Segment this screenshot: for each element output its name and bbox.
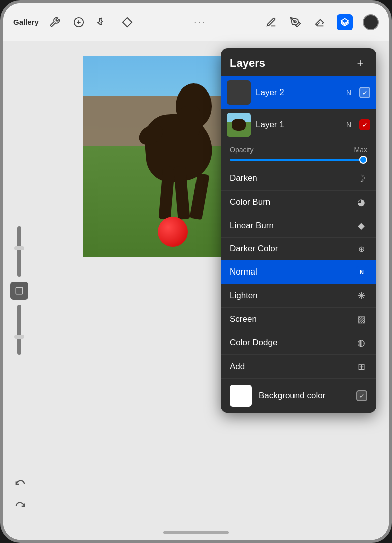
wrench-icon[interactable] [47, 14, 63, 30]
brush-size-slider[interactable] [17, 226, 21, 277]
ipad-inner: Gallery [3, 3, 389, 540]
svg-point-2 [294, 21, 296, 23]
blend-mode-darken-icon: ☽ [355, 173, 367, 184]
blend-mode-darker-color-label: Darker Color [230, 244, 278, 254]
layers-panel: Layers + Layer 2 N ✓ Layer 1 N [221, 48, 376, 413]
layers-panel-title: Layers [230, 57, 265, 70]
adjustments-icon[interactable] [71, 14, 87, 30]
layer-1-visibility-checkbox[interactable]: ✓ [359, 119, 370, 130]
layer-2-name: Layer 2 [256, 87, 341, 98]
redo-button[interactable] [11, 497, 29, 515]
layer-2-mode: N [346, 88, 351, 97]
blend-mode-darker-color-icon: ⊕ [355, 244, 367, 254]
blend-mode-screen[interactable]: Screen ▨ [221, 308, 376, 331]
blend-mode-color-burn-label: Color Burn [230, 197, 270, 207]
opacity-label: Opacity [230, 146, 253, 154]
top-bar-right [264, 14, 379, 30]
blend-mode-linear-burn[interactable]: Linear Burn ◆ [221, 214, 376, 238]
layers-panel-header: Layers + [221, 48, 376, 76]
layer-1-name: Layer 1 [256, 120, 341, 130]
color-picker-circle[interactable] [363, 14, 379, 30]
undo-button[interactable] [11, 475, 29, 493]
layer-2-thumbnail [227, 80, 251, 105]
add-layer-button[interactable]: + [353, 56, 367, 70]
top-bar-center: ··· [135, 16, 264, 28]
blend-mode-add-label: Add [230, 361, 245, 372]
blend-mode-screen-label: Screen [230, 314, 257, 324]
pen-tool-icon[interactable] [264, 15, 278, 29]
blend-mode-linear-burn-label: Linear Burn [230, 221, 274, 231]
layers-icon[interactable] [337, 14, 353, 30]
top-bar: Gallery [3, 3, 389, 41]
background-color-check-mark: ✓ [359, 392, 365, 400]
opacity-slider-row [221, 159, 376, 167]
blend-mode-color-dodge[interactable]: Color Dodge ◍ [221, 331, 376, 355]
eraser-icon[interactable] [313, 15, 327, 29]
blend-mode-color-dodge-label: Color Dodge [230, 338, 277, 348]
blend-mode-darker-color[interactable]: Darker Color ⊕ [221, 238, 376, 260]
opacity-row: Opacity Max [221, 141, 376, 159]
blend-mode-normal-badge: N [356, 266, 367, 278]
layer-2-check-mark: ✓ [362, 89, 368, 97]
blend-mode-lighten[interactable]: Lighten ✳ [221, 284, 376, 308]
ipad-frame: Gallery [0, 0, 392, 543]
top-bar-left: Gallery [13, 14, 135, 30]
blend-mode-lighten-label: Lighten [230, 291, 258, 301]
selection-icon[interactable] [95, 14, 111, 30]
blend-mode-screen-icon: ▨ [355, 314, 367, 325]
layer-1-thumbnail [227, 113, 251, 137]
blend-mode-list: Darken ☽ Color Burn ◕ Linear Burn ◆ Dark… [221, 167, 376, 379]
opacity-slider-track[interactable] [230, 159, 367, 161]
svg-rect-4 [16, 287, 23, 294]
opacity-slider-thumb[interactable] [359, 156, 367, 164]
blend-mode-linear-burn-icon: ◆ [355, 220, 367, 231]
fountain-pen-icon[interactable] [288, 15, 303, 29]
blend-mode-add-icon: ⊞ [355, 361, 367, 372]
svg-marker-1 [123, 17, 132, 26]
blend-mode-lighten-icon: ✳ [355, 290, 367, 301]
background-color-row[interactable]: Background color ✓ [221, 379, 376, 413]
background-color-label: Background color [259, 391, 349, 401]
bottom-tools [11, 475, 29, 515]
more-options-button[interactable]: ··· [194, 16, 206, 28]
blend-mode-add[interactable]: Add ⊞ [221, 355, 376, 379]
blend-mode-normal[interactable]: Normal N [221, 260, 376, 284]
layer-2-visibility-checkbox[interactable]: ✓ [359, 87, 370, 98]
square-tool-button[interactable] [10, 282, 28, 300]
layer-1-mode: N [346, 121, 351, 129]
blend-mode-normal-label: Normal [230, 267, 257, 277]
background-color-checkbox[interactable]: ✓ [356, 390, 367, 401]
opacity-slider[interactable] [17, 305, 21, 355]
layer-1-check-mark: ✓ [362, 121, 368, 129]
blend-mode-color-burn-icon: ◕ [355, 197, 367, 208]
home-indicator [163, 531, 229, 534]
opacity-value: Max [354, 146, 367, 154]
layer-2-row[interactable]: Layer 2 N ✓ [221, 76, 376, 109]
blend-mode-darken[interactable]: Darken ☽ [221, 167, 376, 191]
background-color-swatch[interactable] [230, 385, 252, 407]
opacity-slider-fill [230, 159, 367, 161]
blend-mode-color-burn[interactable]: Color Burn ◕ [221, 191, 376, 214]
gallery-button[interactable]: Gallery [13, 18, 39, 26]
layer-1-row[interactable]: Layer 1 N ✓ [221, 109, 376, 141]
transform-icon[interactable] [119, 14, 135, 30]
blend-mode-darken-label: Darken [230, 173, 257, 184]
blend-mode-color-dodge-icon: ◍ [355, 337, 367, 348]
